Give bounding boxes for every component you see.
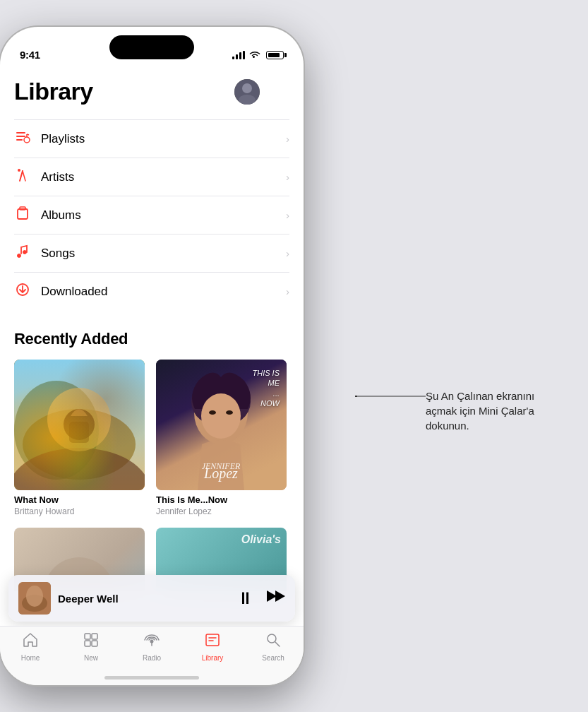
albums-icon (14, 206, 31, 224)
radio-tab-label: Radio (143, 654, 161, 662)
svg-text:Lopez: Lopez (203, 465, 238, 482)
page-title: Library (14, 78, 93, 105)
search-tab-icon (265, 632, 281, 652)
library-item-artists[interactable]: Artists › (14, 158, 289, 196)
library-tab-icon (205, 632, 220, 652)
status-icons (232, 49, 284, 61)
mini-player-controls: ⏸ (237, 588, 285, 608)
svg-point-26 (201, 393, 241, 439)
svg-point-47 (268, 634, 276, 643)
new-tab-label: New (84, 654, 98, 662)
status-time: 9:41 (20, 49, 40, 61)
songs-chevron: › (286, 247, 289, 259)
downloaded-chevron: › (286, 285, 289, 297)
svg-point-1 (242, 83, 252, 93)
recently-added-title: Recently Added (14, 330, 289, 348)
svg-line-48 (275, 642, 280, 646)
svg-marker-37 (275, 591, 285, 602)
library-tab-label: Library (202, 654, 224, 662)
album-name-what-now: What Now (14, 494, 145, 505)
scroll-area: Library (0, 66, 304, 591)
svg-point-35 (26, 586, 43, 607)
new-tab-icon (83, 632, 99, 652)
artists-chevron: › (286, 171, 289, 183)
library-item-playlists[interactable]: Playlists › (14, 119, 289, 158)
svg-point-21 (64, 409, 95, 440)
album-name-this-is-me: This Is Me...Now (156, 494, 287, 505)
album-card-what-now[interactable]: What Now Brittany Howard (14, 360, 145, 516)
tab-library[interactable]: Library (182, 632, 243, 662)
mini-player[interactable]: Deeper Well ⏸ (8, 575, 295, 622)
playlists-label: Playlists (41, 132, 85, 146)
albums-chevron: › (286, 209, 289, 221)
artists-label: Artists (41, 170, 74, 184)
albums-grid: What Now Brittany Howard (14, 360, 289, 516)
playlists-chevron: › (286, 133, 289, 145)
songs-label: Songs (41, 247, 75, 261)
artists-icon (14, 168, 31, 186)
library-item-downloaded[interactable]: Downloaded › (14, 273, 289, 310)
battery-icon (266, 51, 284, 59)
album-artist-this-is-me: Jennifer Lopez (156, 506, 287, 516)
home-tab-label: Home (21, 654, 40, 662)
svg-rect-41 (92, 641, 97, 646)
svg-point-17 (23, 409, 136, 480)
svg-rect-38 (85, 634, 90, 639)
olivia-text: Olivia's (241, 533, 281, 546)
next-button[interactable] (267, 589, 285, 607)
svg-rect-44 (206, 634, 219, 646)
avatar[interactable] (234, 79, 260, 105)
svg-point-6 (24, 137, 30, 143)
svg-line-9 (20, 171, 23, 181)
album-art-this-is-me: JENNIFER Lopez THIS ISME...NOW (156, 360, 287, 490)
tab-new[interactable]: New (61, 632, 121, 662)
downloaded-label: Downloaded (41, 285, 108, 299)
album-artist-what-now: Brittany Howard (14, 506, 145, 516)
playlists-icon (14, 130, 31, 148)
downloaded-icon (14, 283, 31, 300)
songs-icon (14, 244, 31, 262)
home-tab-icon (23, 632, 38, 652)
library-list: Playlists › (14, 119, 289, 310)
play-pause-button[interactable]: ⏸ (237, 588, 254, 608)
svg-line-10 (23, 171, 25, 181)
recently-added-section: Recently Added (14, 330, 289, 591)
svg-rect-12 (18, 209, 28, 219)
dynamic-island (109, 35, 194, 59)
tab-home[interactable]: Home (0, 632, 61, 662)
svg-rect-13 (20, 207, 25, 210)
radio-tab-icon (143, 632, 160, 652)
mini-player-title: Deeper Well (58, 593, 237, 605)
svg-point-18 (14, 381, 99, 480)
search-tab-label: Search (262, 654, 284, 662)
callout-text: Şu An Çalınan ekranını açmak için Mini Ç… (426, 388, 567, 433)
phone-frame: 9:41 (0, 27, 304, 685)
tab-search[interactable]: Search (243, 632, 304, 662)
svg-line-8 (27, 134, 29, 135)
svg-point-11 (18, 169, 20, 172)
svg-point-28 (226, 410, 233, 415)
svg-point-19 (14, 448, 145, 490)
library-item-albums[interactable]: Albums › (14, 196, 289, 235)
svg-rect-22 (69, 422, 89, 443)
mini-player-art (18, 582, 51, 615)
svg-marker-36 (267, 591, 277, 602)
callout: Şu An Çalınan ekranını açmak için Mini Ç… (426, 388, 567, 433)
svg-rect-16 (14, 360, 145, 490)
svg-point-27 (209, 410, 216, 415)
albums-label: Albums (41, 208, 81, 222)
home-indicator (104, 676, 199, 680)
svg-point-50 (355, 396, 357, 397)
svg-rect-40 (85, 641, 90, 646)
tab-radio[interactable]: Radio (121, 632, 182, 662)
album-art-what-now (14, 360, 145, 490)
svg-point-20 (47, 388, 111, 451)
library-item-songs[interactable]: Songs › (14, 235, 289, 273)
signal-icon (232, 51, 245, 59)
album-card-this-is-me[interactable]: JENNIFER Lopez THIS ISME...NOW This Is M… (156, 360, 287, 516)
svg-rect-39 (92, 634, 97, 639)
content-area: Library (0, 66, 304, 626)
wifi-icon (249, 49, 260, 61)
